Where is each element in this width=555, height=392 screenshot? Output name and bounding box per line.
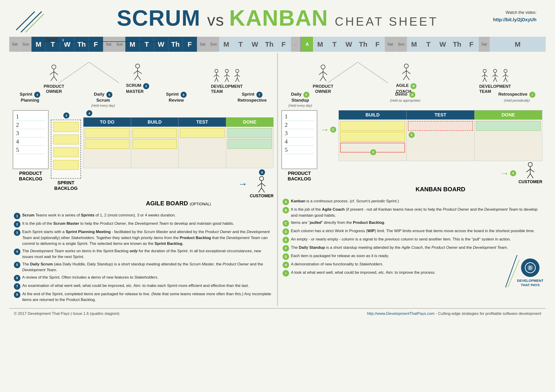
footer: © 2017 Development That Pays | Issue 1.6… [9,308,546,319]
dev-team-figures [212,69,242,83]
kanban-product-backlog-area: 1 2 3 4 5 PRODUCTBACKLOG [281,110,317,182]
kdev-figure-3-icon [501,69,510,83]
calendar-area: Sprint 1 Sat Sun M T W Th F Sat Sun M T … [9,37,546,52]
agile-board-badge: 4 [86,110,92,116]
todo-col-body [83,127,131,168]
customer-figure-icon [255,176,268,193]
kpb-line-4: 4 [285,137,314,146]
kdev-figure-1-icon [480,69,489,83]
kanban-board-title: KANBAN BOARD [416,186,465,193]
kanban-desc-f: F The Daily Standup is a short standup m… [283,244,541,252]
k-done-col-body [474,120,542,161]
kanban-product-owner-label: PRODUCTOWNER [313,84,333,94]
sprint-label-area: Sprint 1 [45,37,66,43]
scrum-section: PRODUCTOWNER [9,53,277,306]
kanban-desc-d: D Each column has a strict Work in Progr… [283,227,541,236]
kcal-m3: M [490,37,546,52]
cal-m1: M [31,37,46,52]
kanban-desc-text-b: It is the job of the Agile Coach (if pre… [291,207,541,218]
svg-line-21 [215,78,216,82]
kcal-t1: T [328,37,342,52]
svg-line-57 [482,75,485,77]
cal-sun1: Sun [20,37,31,52]
svg-line-78 [530,174,533,178]
k-test-col-body: E [407,120,474,161]
kanban-customer-label: CUSTOMER [518,179,542,184]
scrum-master-badge: 2 [143,83,149,89]
kanban-desc-text-i: A look at what went well, what could be … [291,270,436,277]
product-backlog-notebook: 1 2 3 4 5 [13,110,49,169]
kanban-desc-text-f: The Daily Standup is a short standup mee… [291,245,508,252]
scrum-boards-row: 1 2 3 4 5 PRODUCTBACKLOG 3 [13,110,274,209]
svg-line-19 [214,75,216,77]
kanban-pull-arrow: → C [320,124,336,135]
svg-line-60 [485,78,487,82]
kcal-sat1: Sat [385,37,396,52]
svg-line-66 [495,78,497,82]
sprint-backlog-area: 3 SPRINTBACKLOG [51,113,81,191]
svg-line-28 [227,78,229,82]
build-note-1 [132,128,177,138]
scrum-title-word: SCRUM [117,6,200,30]
product-owner-label: PRODUCTOWNER [44,84,64,94]
cal-sun2: Sun [114,37,125,52]
svg-line-26 [227,75,230,77]
customer-arrow-area: → 8 CUSTOMER [238,169,274,199]
c-badge: C [330,127,336,133]
kcal-sun1: Sun [396,37,407,52]
pb-line-4: 4 [16,137,45,146]
product-backlog-area: 1 2 3 4 5 PRODUCTBACKLOG [13,110,49,182]
video-info: Watch the video: http://bit.ly/2jDxyUh [493,9,536,23]
customer-figure-area: 8 CUSTOMER [250,169,274,199]
kcal-f2: F [464,37,479,52]
sprint-backlog-badge-row: 3 [63,113,69,119]
dev-team-label: DEVELOPMENTTEAM [211,84,243,94]
agile-board-title: AGILE BOARD (Optional) [146,200,211,207]
svg-line-22 [216,78,218,82]
scrum-desc-text-4: The Development Team works on items in t… [22,248,272,260]
cal-th2: Th [168,37,183,52]
scrum-desc-badge-8: 8 [14,292,20,298]
svg-line-33 [235,78,237,82]
video-link[interactable]: http://bit.ly/2jDxyUh [493,17,536,22]
cal-th3: Th [262,37,277,52]
kcal-m2: M [407,37,421,52]
kpb-line-3: 3 [285,129,314,137]
svg-line-47 [328,62,358,83]
kanban-desc-g: G Each item is packaged for release as s… [283,252,541,261]
g-badge: G [510,170,516,176]
svg-line-69 [503,75,505,77]
sb-note-2 [53,135,79,144]
customer-badge: 8 [259,169,265,175]
sprint-backlog-box [51,120,81,178]
cal-sat1: Sat [9,37,20,52]
scrum-desc-text-7: An examination of what went well, what c… [22,283,249,290]
k-build-note-2 [340,132,405,142]
svg-line-37 [258,183,262,186]
footer-tagline: - Cutting-edge strategies for profitable… [436,311,541,316]
kanban-boards-row: 1 2 3 4 5 PRODUCTBACKLOG → C [281,110,542,195]
logo-area: D DEVELOPMENT THAT PAYS [517,258,543,287]
pb-line-5: 5 [16,146,45,154]
scrum-desc-badge-2: 2 [14,221,20,228]
kanban-dev-team-label: DEVELOPMENTTEAM [479,84,511,94]
svg-line-2 [25,14,44,32]
svg-line-38 [262,183,265,186]
agile-board-subtitle: (Optional) [190,202,211,206]
svg-point-35 [259,177,264,181]
page-title: SCRUM vs KANBAN CHEAT SHEET [9,7,546,29]
kanban-desc-text-a: Kanban is a continuous process. (cf. Scr… [291,198,399,205]
d-badge: D [370,149,376,155]
scrum-desc-text-6: A review of the Sprint. Often includes a… [22,274,158,281]
k-build-col-body: D [339,120,407,161]
footer-url-area: http://www.DevelopmentThatPays.com - Cut… [367,311,541,316]
kcal-a: A [301,37,313,52]
kcal-f1: F [371,37,385,52]
scrum-desc-3: 3 Each Sprint starts with a Sprint Plann… [14,228,272,247]
svg-line-16 [138,75,141,80]
scrum-desc-text-3: Each Sprint starts with a Sprint Plannin… [22,229,272,247]
todo-note-1 [85,128,130,138]
test-col-header: TEST [179,118,226,127]
footer-url[interactable]: http://www.DevelopmentThatPays.com [367,311,435,316]
kanban-desc-text-h: A demonstration of new functionality to … [291,261,383,268]
